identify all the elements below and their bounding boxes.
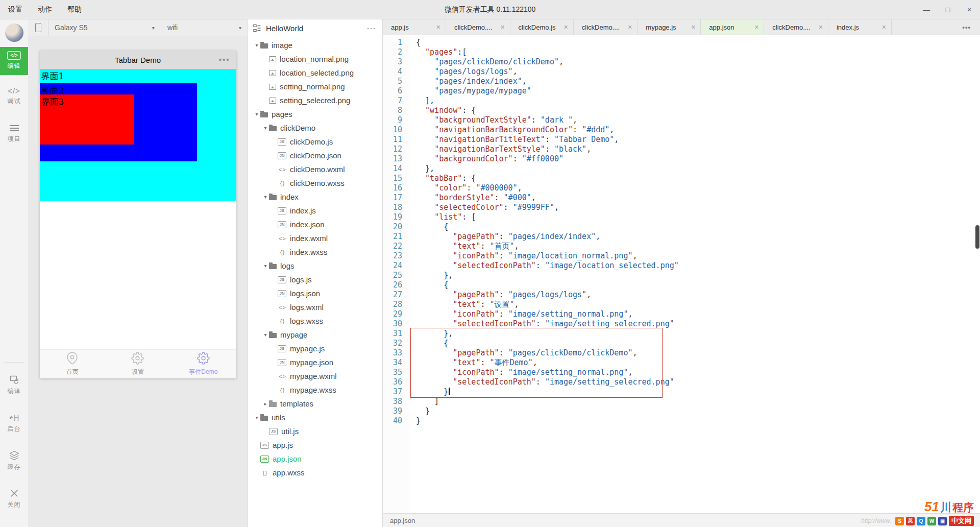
tree-item-location_normal.png[interactable]: location_normal.png bbox=[248, 52, 382, 66]
code-line[interactable]: 30 "selectedIconPath": "image/setting_se… bbox=[383, 319, 980, 329]
tree-item-setting_normal.png[interactable]: setting_normal.png bbox=[248, 80, 382, 93]
sidebar-item-background[interactable]: 后台 bbox=[0, 409, 28, 438]
device-select[interactable]: Galaxy S5 ▾ bbox=[48, 19, 161, 36]
code-line[interactable]: 27 "pagePath": "pages/logs/logs", bbox=[383, 290, 980, 300]
code-line[interactable]: 12 "navigationBarTextStyle": "black", bbox=[383, 145, 980, 154]
phone-tab-事件Demo[interactable]: 事件Demo bbox=[170, 349, 236, 378]
code-line[interactable]: 37 } bbox=[383, 387, 980, 397]
tree-item-app.json[interactable]: JNapp.json bbox=[248, 452, 382, 466]
editor-scrollbar-thumb[interactable] bbox=[975, 225, 979, 249]
tab-close-icon[interactable]: × bbox=[564, 23, 568, 31]
tree-item-clickDemo.json[interactable]: JNclickDemo.json bbox=[248, 149, 382, 162]
code-line[interactable]: 26 { bbox=[383, 280, 980, 290]
editor-tab-mypage.js[interactable]: mypage.js× bbox=[638, 19, 701, 35]
code-line[interactable]: 7 ], bbox=[383, 96, 980, 106]
code-line[interactable]: 10 "navigationBarBackgroundColor": "#ddd… bbox=[383, 125, 980, 135]
tree-item-clickDemo.js[interactable]: JSclickDemo.js bbox=[248, 135, 382, 149]
tab-close-icon[interactable]: × bbox=[500, 23, 504, 31]
tree-item-logs.js[interactable]: JSlogs.js bbox=[248, 273, 382, 286]
menu-settings[interactable]: 设置 bbox=[8, 5, 22, 14]
menu-help[interactable]: 帮助 bbox=[67, 5, 82, 14]
tree-item-logs.wxss[interactable]: { }logs.wxss bbox=[248, 314, 382, 328]
code-line[interactable]: 13 "backgroundColor": "#ff0000" bbox=[383, 154, 980, 164]
code-line[interactable]: 16 "color": "#000000", bbox=[383, 183, 980, 193]
code-line[interactable]: 29 "iconPath": "image/setting_normal.png… bbox=[383, 309, 980, 319]
demo-view-3[interactable]: 界面3 bbox=[40, 94, 134, 145]
code-line[interactable]: 17 "borderStyle": "#000", bbox=[383, 193, 980, 203]
chevron-down-icon[interactable]: ▾ bbox=[253, 415, 260, 420]
tree-item-util.js[interactable]: JSutil.js bbox=[248, 424, 382, 438]
editor-tab-app.js[interactable]: app.js× bbox=[383, 19, 446, 35]
menu-actions[interactable]: 动作 bbox=[38, 5, 52, 14]
avatar[interactable] bbox=[5, 23, 23, 42]
tree-item-logs.wxml[interactable]: < >logs.wxml bbox=[248, 300, 382, 314]
code-line[interactable]: 21 "pagePath": "pages/index/index", bbox=[383, 232, 980, 242]
tree-item-mypage.wxml[interactable]: < >mypage.wxml bbox=[248, 369, 382, 383]
network-select[interactable]: wifi ▾ bbox=[161, 19, 248, 36]
code-line[interactable]: 28 "text": "设置", bbox=[383, 300, 980, 309]
tree-item-logs[interactable]: ▾logs bbox=[248, 259, 382, 273]
demo-view-2[interactable]: 界面2 界面3 bbox=[40, 83, 197, 161]
editor-tab-app.json[interactable]: app.json× bbox=[701, 19, 764, 35]
sidebar-item-compile[interactable]: 编译 bbox=[0, 371, 28, 400]
tree-item-mypage.wxss[interactable]: { }mypage.wxss bbox=[248, 383, 382, 397]
tree-item-utils[interactable]: ▾utils bbox=[248, 411, 382, 424]
code-line[interactable]: 20 { bbox=[383, 222, 980, 232]
tree-item-index[interactable]: ▾index bbox=[248, 190, 382, 204]
tree-item-index.wxml[interactable]: < >index.wxml bbox=[248, 231, 382, 245]
sidebar-item-edit[interactable]: </> 编辑 bbox=[0, 47, 28, 75]
tab-close-icon[interactable]: × bbox=[691, 23, 695, 31]
code-line[interactable]: 24 "selectedIconPath": "image/location_s… bbox=[383, 261, 980, 271]
editor-tab-clickDemo....[interactable]: clickDemo....× bbox=[574, 19, 638, 35]
code-line[interactable]: 23 "iconPath": "image/location_normal.pn… bbox=[383, 251, 980, 261]
code-line[interactable]: 22 "text": "首页", bbox=[383, 242, 980, 251]
device-frame-toggle[interactable] bbox=[28, 19, 48, 36]
code-line[interactable]: 34 "text": "事件Demo", bbox=[383, 358, 980, 368]
code-line[interactable]: 14 }, bbox=[383, 164, 980, 174]
tree-more-icon[interactable]: ··· bbox=[367, 24, 376, 33]
chevron-down-icon[interactable]: ▾ bbox=[253, 111, 260, 117]
code-line[interactable]: 11 "navigationBarTitleText": "Tabbar Dem… bbox=[383, 135, 980, 145]
tree-item-logs.json[interactable]: JNlogs.json bbox=[248, 286, 382, 300]
editor-tab-clickDemo....[interactable]: clickDemo....× bbox=[764, 19, 828, 35]
tab-close-icon[interactable]: × bbox=[819, 23, 823, 31]
code-line[interactable]: 33 "pagePath": "pages/clickDemo/clickDem… bbox=[383, 348, 980, 358]
code-line[interactable]: 38 ] bbox=[383, 397, 980, 406]
code-line[interactable]: 4 "pages/logs/logs", bbox=[383, 67, 980, 77]
code-line[interactable]: 2 "pages":[ bbox=[383, 47, 980, 57]
tree-item-mypage.js[interactable]: JSmypage.js bbox=[248, 342, 382, 355]
code-line[interactable]: 39 } bbox=[383, 406, 980, 416]
minimize-icon[interactable]: — bbox=[916, 0, 937, 19]
tabs-more-icon[interactable]: ••• bbox=[953, 19, 980, 35]
code-line[interactable]: 15 "tabBar": { bbox=[383, 174, 980, 183]
phone-tab-设置[interactable]: 设置 bbox=[105, 349, 170, 378]
tree-item-index.wxss[interactable]: { }index.wxss bbox=[248, 245, 382, 259]
tree-item-mypage[interactable]: ▾mypage bbox=[248, 328, 382, 342]
tree-item-clickDemo.wxml[interactable]: < >clickDemo.wxml bbox=[248, 162, 382, 176]
code-line[interactable]: 3 "pages/clickDemo/clickDemo", bbox=[383, 57, 980, 67]
sidebar-item-project[interactable]: 项目 bbox=[0, 119, 28, 148]
phone-tab-首页[interactable]: 首页 bbox=[40, 349, 105, 378]
chevron-down-icon[interactable]: ▾ bbox=[262, 194, 269, 200]
tree-item-setting_selecred.png[interactable]: setting_selecred.png bbox=[248, 93, 382, 107]
tree-item-app.wxss[interactable]: { }app.wxss bbox=[248, 466, 382, 480]
tab-close-icon[interactable]: × bbox=[628, 23, 632, 31]
code-line[interactable]: 9 "backgroundTextStyle": "dark ", bbox=[383, 115, 980, 125]
sidebar-item-debug[interactable]: </> 调试 bbox=[0, 82, 28, 110]
sidebar-item-close[interactable]: 关闭 bbox=[0, 484, 28, 514]
tree-item-index.js[interactable]: JSindex.js bbox=[248, 204, 382, 218]
code-line[interactable]: 40} bbox=[383, 416, 980, 426]
code-line[interactable]: 36 "selectedIconPath": "image/setting_se… bbox=[383, 377, 980, 387]
chevron-down-icon[interactable]: ▾ bbox=[262, 263, 269, 269]
sidebar-item-cache[interactable]: 缓存 bbox=[0, 446, 28, 476]
code-editor[interactable]: 1{2 "pages":[3 "pages/clickDemo/clickDem… bbox=[383, 35, 980, 513]
tree-item-mypage.json[interactable]: JNmypage.json bbox=[248, 355, 382, 369]
code-line[interactable]: 25 }, bbox=[383, 271, 980, 280]
tree-item-image[interactable]: ▾image bbox=[248, 38, 382, 52]
tree-item-app.js[interactable]: JSapp.js bbox=[248, 438, 382, 452]
tab-close-icon[interactable]: × bbox=[436, 23, 440, 31]
code-line[interactable]: 8 "window": { bbox=[383, 106, 980, 115]
code-line[interactable]: 1{ bbox=[383, 38, 980, 47]
chevron-down-icon[interactable]: ▾ bbox=[253, 42, 260, 48]
demo-view-1[interactable]: 界面1 界面2 界面3 bbox=[40, 69, 236, 201]
